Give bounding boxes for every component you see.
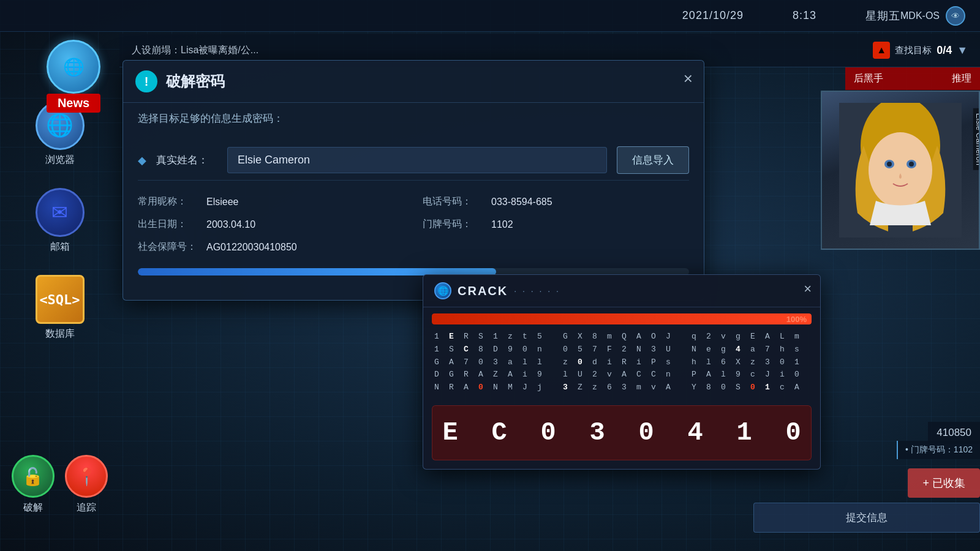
track-icon[interactable]: 📍 — [65, 455, 108, 498]
matrix-row-5: N R A 0 N M J j 3 Z z 6 3 m v A Y 8 0 S … — [432, 381, 812, 394]
door-label: 门牌号码： — [423, 218, 484, 231]
birthday-item: 出生日期： 2003.04.10 — [138, 218, 404, 231]
svg-point-2 — [869, 132, 932, 208]
warning-icon: ! — [135, 70, 157, 92]
target-icon: ▲ — [873, 42, 890, 59]
browser-label: 浏览器 — [45, 154, 75, 167]
time-display: 8:13 — [793, 9, 816, 22]
target-label: 查找目标 — [895, 45, 932, 56]
birthday-label: 出生日期： — [138, 218, 199, 231]
phone-value: 033-8594-685 — [491, 197, 552, 208]
svg-point-6 — [909, 162, 914, 167]
target-count: 0/4 — [937, 44, 952, 57]
matrix-row-4: D G R A Z A i 9 l U 2 v A C C n P A l 9 … — [432, 369, 812, 381]
ssn-right-value: 410850 — [937, 427, 971, 438]
dialog-header: ! 破解密码 × — [123, 61, 704, 103]
sidebar-item-track[interactable]: 📍 追踪 — [65, 455, 108, 514]
sidebar: 🌐 浏览器 ✉ 邮箱 <SQL> 数据库 — [0, 101, 119, 340]
character-portrait: Elsie Cameron — [821, 91, 980, 250]
sidebar-item-crack[interactable]: 🔓 破解 — [12, 455, 55, 514]
result-char-3: 3 — [582, 418, 612, 448]
ssn-label: 社会保障号： — [138, 241, 199, 253]
email-icon[interactable]: ✉ — [36, 188, 85, 237]
ssn-item: 社会保障号： AG01220030410850 — [138, 241, 404, 253]
result-display: E C 0 3 0 4 1 0 — [432, 405, 812, 460]
news-button[interactable]: 🌐 News — [47, 40, 100, 113]
matrix-row-2: 1 S C 8 D 9 0 n 0 5 7 F 2 N 3 U N e g 4 … — [432, 343, 812, 356]
real-name-value: Elsie Cameron — [227, 147, 607, 173]
result-char-0c: 0 — [778, 418, 809, 448]
top-bar-center: 2021/10/29 8:13 星期五 — [682, 9, 900, 23]
date-display: 2021/10/29 — [682, 9, 744, 22]
sidebar-item-email[interactable]: ✉ 邮箱 — [36, 188, 85, 253]
red-progress-bar — [432, 313, 812, 324]
result-char-0a: 0 — [533, 418, 564, 448]
crack2-header: 🌐 CRACK · · · · · · × — [423, 275, 820, 307]
door-hint: • 门牌号码：1102 — [897, 441, 980, 459]
svg-point-5 — [887, 162, 892, 167]
result-char-1: 1 — [729, 418, 760, 448]
result-char-C: C — [484, 418, 514, 448]
database-icon[interactable]: <SQL> — [36, 275, 85, 324]
top-bar-right: MDK-OS 👁 — [900, 6, 965, 26]
ssn-value: AG01220030410850 — [206, 242, 297, 253]
door-item: 门牌号码： 1102 — [423, 218, 689, 231]
crack-dialog-close[interactable]: × — [684, 69, 693, 88]
mdk-icon: 👁 — [946, 6, 965, 26]
portrait-name: Elsie Cameron — [973, 108, 981, 170]
birthday-value: 2003.04.10 — [206, 219, 255, 230]
dialog-crack2: 🌐 CRACK · · · · · · × 100% 1 E R S 1 z t… — [423, 274, 821, 470]
system-name: MDK-OS — [900, 10, 940, 21]
diamond-icon: ◆ — [138, 154, 146, 167]
game-title: 人设崩塌：Lisa被曝离婚/公... — [132, 44, 873, 57]
hint-action[interactable]: 推理 — [952, 72, 971, 85]
red-progress-label: 100% — [786, 315, 807, 324]
dropdown-arrow[interactable]: ▼ — [957, 44, 968, 57]
import-button[interactable]: 信息导入 — [617, 146, 689, 174]
dialog-crack-password: ! 破解密码 × 选择目标足够的信息生成密码： ◆ 真实姓名： Elsie Ca… — [123, 60, 704, 301]
code-matrix: 1 E R S 1 z t 5 G X 8 m Q A O J q 2 v g … — [423, 324, 820, 400]
globe-icon: 🌐 — [434, 282, 451, 299]
dialog-subtitle: 选择目标足够的信息生成密码： — [123, 103, 704, 134]
submit-button[interactable]: 提交信息 — [753, 503, 980, 533]
phone-item: 电话号码： 033-8594-685 — [423, 195, 689, 208]
matrix-row-1: 1 E R S 1 z t 5 G X 8 m Q A O J q 2 v g … — [432, 331, 812, 343]
nickname-value: Elsieee — [206, 197, 238, 208]
target-counter: ▲ 查找目标 0/4 ▼ — [873, 42, 968, 59]
email-label: 邮箱 — [50, 241, 70, 253]
phone-label: 电话号码： — [423, 195, 484, 208]
collected-button[interactable]: + 已收集 — [908, 468, 980, 498]
info-grid: 常用昵称： Elsieee 电话号码： 033-8594-685 出生日期： 2… — [138, 195, 689, 253]
nickname-item: 常用昵称： Elsieee — [138, 195, 404, 208]
track-label: 追踪 — [77, 501, 96, 514]
crack2-title: CRACK — [458, 284, 508, 298]
top-bar: 2021/10/29 8:13 星期五 MDK-OS 👁 — [0, 0, 980, 32]
bottom-right-area: • 门牌号码：1102 + 已收集 提交信息 — [753, 463, 980, 533]
matrix-row-3: G A 7 0 3 a l l z 0 d i R i P s h l 6 X … — [432, 356, 812, 369]
hint-label: 后黑手 — [854, 72, 883, 85]
name-row: ◆ 真实姓名： Elsie Cameron 信息导入 — [138, 140, 689, 181]
result-char-E: E — [435, 418, 466, 448]
sidebar-item-database[interactable]: <SQL> 数据库 — [36, 275, 85, 340]
dialog-title: 破解密码 — [166, 72, 225, 91]
right-hint-bar: 后黑手 推理 — [845, 67, 980, 90]
news-icon[interactable]: 🌐 — [47, 40, 100, 94]
news-label[interactable]: News — [47, 94, 100, 113]
portrait-svg — [839, 103, 962, 238]
sidebar-bottom: 🔓 破解 📍 追踪 — [0, 455, 119, 514]
crack-icon[interactable]: 🔓 — [12, 455, 55, 498]
nickname-label: 常用昵称： — [138, 195, 199, 208]
crack2-close-button[interactable]: × — [804, 281, 812, 297]
result-char-4: 4 — [680, 418, 710, 448]
portrait-bg — [822, 92, 979, 249]
day-display: 星期五 — [865, 9, 900, 23]
red-progress-container: 100% — [432, 313, 812, 324]
real-name-label: 真实姓名： — [156, 153, 217, 167]
door-value: 1102 — [491, 219, 513, 230]
result-char-0b: 0 — [631, 418, 662, 448]
crack-label: 破解 — [23, 501, 43, 514]
crack2-dots: · · · · · · — [514, 286, 560, 296]
database-label: 数据库 — [45, 328, 75, 340]
